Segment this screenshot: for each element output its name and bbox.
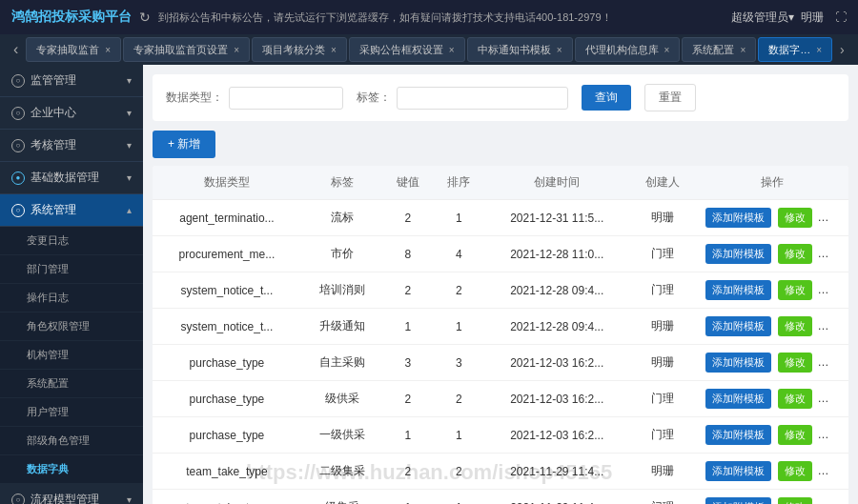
cell-actions: 添加附模板 修改 删除 xyxy=(696,381,848,417)
filter-type-input[interactable] xyxy=(229,87,343,110)
tab-bid-template[interactable]: 中标通知书模板 × xyxy=(467,37,573,62)
tab-notice-settings[interactable]: 采购公告框权设置 × xyxy=(349,37,465,62)
add-model-button[interactable]: 添加附模板 xyxy=(705,353,771,373)
tab-more-icon[interactable]: › xyxy=(834,42,850,57)
edit-button[interactable]: 修改 xyxy=(778,316,812,336)
cell-type: system_notice_t... xyxy=(153,272,301,309)
delete-button[interactable]: 删除 xyxy=(819,497,848,504)
sidebar-item-exam[interactable]: ○ 考核管理 ▾ xyxy=(0,130,143,162)
sidebar-icon-flow: ○ xyxy=(11,494,25,505)
cell-key: 2 xyxy=(382,272,433,309)
sidebar-item-role-perm[interactable]: 角色权限管理 xyxy=(0,312,143,341)
delete-button[interactable]: 删除 xyxy=(819,316,848,336)
table-row: system_notice_t... 升级通知 1 1 2021-12-28 0… xyxy=(153,309,848,345)
sidebar-item-op-log[interactable]: 操作日志 xyxy=(0,284,143,312)
tab-sys-config[interactable]: 系统配置 × xyxy=(682,37,756,62)
tab-close-icon[interactable]: × xyxy=(816,45,822,55)
add-model-button[interactable]: 添加附模板 xyxy=(705,389,771,409)
add-model-button[interactable]: 添加附模板 xyxy=(705,425,771,445)
table-row: purchase_type 级供采 2 2 2021-12-03 16:2...… xyxy=(153,381,848,417)
edit-button[interactable]: 修改 xyxy=(778,497,812,504)
sidebar-item-user-mgr[interactable]: 用户管理 xyxy=(0,398,143,427)
edit-button[interactable]: 修改 xyxy=(778,353,812,373)
edit-button[interactable]: 修改 xyxy=(778,208,812,228)
cell-key: 1 xyxy=(382,490,433,505)
refresh-icon[interactable]: ↻ xyxy=(139,10,151,25)
tab-close-icon[interactable]: × xyxy=(234,45,239,55)
cell-type: purchase_type xyxy=(153,381,301,417)
delete-button[interactable]: 删除 xyxy=(819,244,848,264)
sidebar-item-monitor[interactable]: ○ 监管管理 ▾ xyxy=(0,65,143,97)
tab-close-icon[interactable]: × xyxy=(557,45,562,55)
tab-close-icon[interactable]: × xyxy=(449,45,455,55)
reset-button[interactable]: 重置 xyxy=(644,84,696,111)
cell-type: procurement_me... xyxy=(153,236,301,272)
edit-button[interactable]: 修改 xyxy=(778,461,812,481)
cell-actions: 添加附模板 修改 删除 xyxy=(696,345,848,381)
edit-button[interactable]: 修改 xyxy=(778,389,812,409)
delete-button[interactable]: 删除 xyxy=(819,280,848,300)
tab-project-score[interactable]: 项目考核分类 × xyxy=(252,37,347,62)
edit-button[interactable]: 修改 xyxy=(778,280,812,300)
add-model-button[interactable]: 添加附模板 xyxy=(705,208,771,228)
cell-sort: 2 xyxy=(434,381,484,417)
delete-button[interactable]: 删除 xyxy=(819,208,848,228)
sidebar: ○ 监管管理 ▾ ○ 企业中心 ▾ ○ 考核管理 ▾ ● 基础数据管理 ▾ xyxy=(0,65,143,504)
add-model-button[interactable]: 添加附模板 xyxy=(705,497,771,504)
tab-close-icon[interactable]: × xyxy=(105,45,111,55)
cell-creator: 门理 xyxy=(629,236,695,272)
col-key: 键值 xyxy=(382,166,433,200)
expand-icon[interactable]: ⛶ xyxy=(835,10,847,24)
tab-close-icon[interactable]: × xyxy=(664,45,670,55)
cell-label: 一级供采 xyxy=(301,417,382,454)
col-actions: 操作 xyxy=(696,166,848,200)
cell-label: 级供采 xyxy=(301,381,382,417)
delete-button[interactable]: 删除 xyxy=(819,389,848,409)
cell-actions: 添加附模板 修改 删除 xyxy=(696,272,848,309)
cell-sort: 2 xyxy=(434,272,484,309)
tabbar: ‹ 专家抽取监首 × 专家抽取监首页设置 × 项目考核分类 × 采购公告框权设置… xyxy=(0,34,858,65)
tab-close-icon[interactable]: × xyxy=(331,45,337,55)
add-model-button[interactable]: 添加附模板 xyxy=(705,244,771,264)
admin-label: 超级管理员▾ 明珊 xyxy=(731,10,824,26)
filter-tag-input[interactable] xyxy=(397,87,568,110)
delete-button[interactable]: 删除 xyxy=(819,461,848,481)
sidebar-submenu-system: 变更日志 部门管理 操作日志 角色权限管理 机构管理 系统配置 用户管理 部级角… xyxy=(0,227,143,484)
cell-sort: 1 xyxy=(434,490,484,505)
sidebar-item-enterprise[interactable]: ○ 企业中心 ▾ xyxy=(0,97,143,130)
add-model-button[interactable]: 添加附模板 xyxy=(705,316,771,336)
sidebar-item-change-log[interactable]: 变更日志 xyxy=(0,227,143,255)
tab-agency-db[interactable]: 代理机构信息库 × xyxy=(575,37,681,62)
tab-collapse-left[interactable]: ‹ xyxy=(8,41,24,58)
layout: ○ 监管管理 ▾ ○ 企业中心 ▾ ○ 考核管理 ▾ ● 基础数据管理 ▾ xyxy=(0,65,858,504)
add-model-button[interactable]: 添加附模板 xyxy=(705,461,771,481)
tab-close-icon[interactable]: × xyxy=(740,45,746,55)
sidebar-item-flow-model[interactable]: ○ 流程模型管理 ▾ xyxy=(0,484,143,504)
sidebar-item-org-mgr[interactable]: 机构管理 xyxy=(0,341,143,370)
chevron-down-icon: ▾ xyxy=(127,108,132,118)
add-model-button[interactable]: 添加附模板 xyxy=(705,280,771,300)
sidebar-item-dept-mgr[interactable]: 部门管理 xyxy=(0,255,143,284)
edit-button[interactable]: 修改 xyxy=(778,244,812,264)
cell-type: system_notice_t... xyxy=(153,309,301,345)
search-button[interactable]: 查询 xyxy=(582,85,631,111)
cell-sort: 4 xyxy=(434,236,484,272)
new-button[interactable]: + 新增 xyxy=(153,131,215,158)
delete-button[interactable]: 删除 xyxy=(819,425,848,445)
sidebar-item-basic[interactable]: ● 基础数据管理 ▾ xyxy=(0,162,143,194)
delete-button[interactable]: 删除 xyxy=(819,353,848,373)
sidebar-item-system[interactable]: ○ 系统管理 ▴ xyxy=(0,194,143,227)
sidebar-item-data-dict[interactable]: 数据字典 xyxy=(0,455,143,484)
tab-expert-draw[interactable]: 专家抽取监首 × xyxy=(26,37,121,62)
col-label: 标签 xyxy=(301,166,382,200)
sidebar-icon-basic: ● xyxy=(11,171,25,185)
cell-key: 3 xyxy=(382,345,433,381)
edit-button[interactable]: 修改 xyxy=(778,425,812,445)
tab-expert-settings[interactable]: 专家抽取监首页设置 × xyxy=(123,37,250,62)
col-sort: 排序 xyxy=(434,166,484,200)
tab-data-dict[interactable]: 数据字… × xyxy=(758,37,832,62)
sidebar-item-role-mgr[interactable]: 部级角色管理 xyxy=(0,427,143,455)
sidebar-item-sys-config[interactable]: 系统配置 xyxy=(0,370,143,398)
topbar-right: 超级管理员▾ 明珊 ⛶ xyxy=(731,10,847,26)
cell-key: 1 xyxy=(382,309,433,345)
